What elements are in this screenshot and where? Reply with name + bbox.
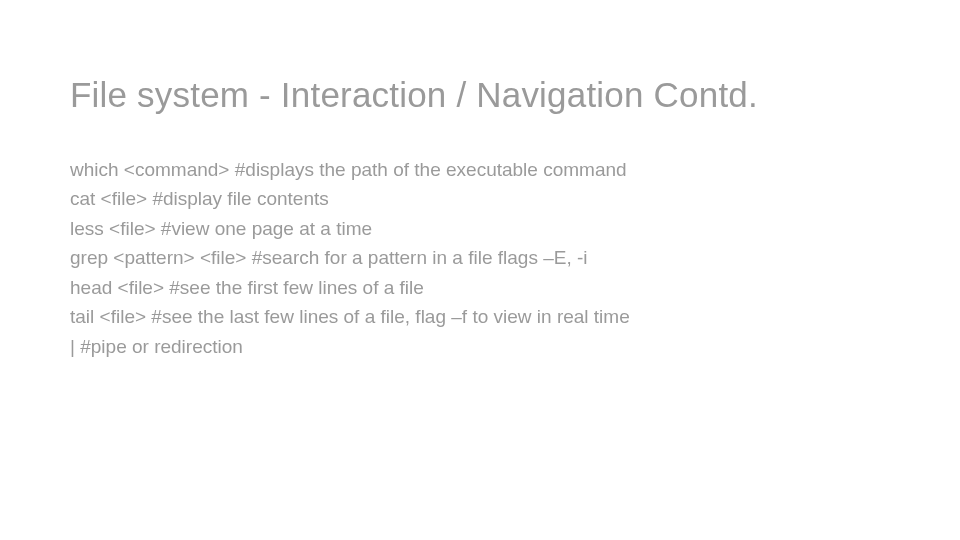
- command-line: tail <file> #see the last few lines of a…: [70, 302, 890, 331]
- slide-title: File system - Interaction / Navigation C…: [70, 75, 890, 115]
- command-line: | #pipe or redirection: [70, 332, 890, 361]
- command-line: which <command> #displays the path of th…: [70, 155, 890, 184]
- slide-content: which <command> #displays the path of th…: [70, 155, 890, 361]
- command-line: head <file> #see the first few lines of …: [70, 273, 890, 302]
- command-line: less <file> #view one page at a time: [70, 214, 890, 243]
- command-line: cat <file> #display file contents: [70, 184, 890, 213]
- command-line: grep <pattern> <file> #search for a patt…: [70, 243, 890, 272]
